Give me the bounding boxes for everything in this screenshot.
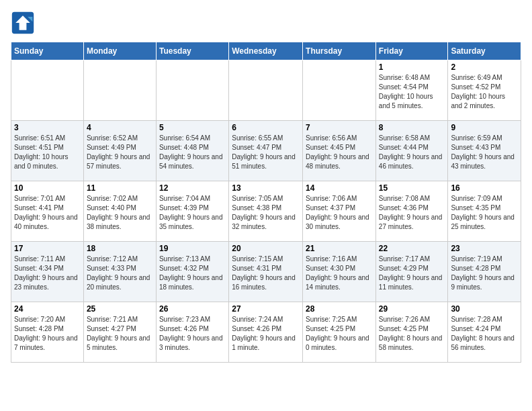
day-number: 14	[306, 183, 373, 193]
calendar-cell: 11Sunrise: 7:02 AM Sunset: 4:40 PM Dayli…	[83, 181, 156, 242]
calendar-table: SundayMondayTuesdayWednesdayThursdayFrid…	[11, 42, 521, 363]
calendar-cell	[83, 60, 156, 121]
day-number: 29	[379, 304, 445, 314]
calendar-cell: 9Sunrise: 6:59 AM Sunset: 4:43 PM Daylig…	[448, 121, 521, 181]
day-number: 13	[232, 183, 300, 193]
calendar-cell: 23Sunrise: 7:19 AM Sunset: 4:28 PM Dayli…	[448, 242, 521, 302]
day-number: 9	[451, 123, 518, 132]
logo	[11, 11, 38, 35]
day-info: Sunrise: 7:02 AM Sunset: 4:40 PM Dayligh…	[87, 194, 153, 232]
calendar-cell: 2Sunrise: 6:49 AM Sunset: 4:52 PM Daylig…	[448, 60, 521, 121]
day-number: 17	[14, 244, 81, 253]
day-number: 7	[306, 123, 373, 132]
calendar-cell: 24Sunrise: 7:20 AM Sunset: 4:28 PM Dayli…	[11, 302, 84, 363]
day-info: Sunrise: 6:52 AM Sunset: 4:49 PM Dayligh…	[87, 134, 153, 171]
day-info: Sunrise: 7:05 AM Sunset: 4:38 PM Dayligh…	[232, 194, 300, 232]
day-info: Sunrise: 7:24 AM Sunset: 4:26 PM Dayligh…	[232, 315, 300, 353]
calendar-cell: 25Sunrise: 7:21 AM Sunset: 4:27 PM Dayli…	[83, 302, 156, 363]
calendar-cell: 5Sunrise: 6:54 AM Sunset: 4:48 PM Daylig…	[156, 121, 228, 181]
day-number: 6	[232, 123, 300, 132]
day-info: Sunrise: 7:21 AM Sunset: 4:27 PM Dayligh…	[87, 315, 153, 353]
weekday-header: Monday	[83, 42, 156, 60]
day-info: Sunrise: 7:09 AM Sunset: 4:35 PM Dayligh…	[451, 194, 518, 232]
day-number: 24	[14, 304, 81, 314]
day-number: 16	[451, 183, 518, 193]
day-info: Sunrise: 7:26 AM Sunset: 4:25 PM Dayligh…	[379, 315, 445, 353]
calendar-cell	[229, 60, 303, 121]
day-number: 1	[379, 62, 445, 72]
day-info: Sunrise: 7:12 AM Sunset: 4:33 PM Dayligh…	[87, 255, 153, 292]
day-number: 4	[87, 123, 153, 132]
day-info: Sunrise: 6:51 AM Sunset: 4:51 PM Dayligh…	[14, 134, 81, 171]
day-info: Sunrise: 7:19 AM Sunset: 4:28 PM Dayligh…	[451, 255, 518, 292]
header	[11, 11, 521, 35]
day-number: 21	[306, 244, 373, 253]
day-info: Sunrise: 6:49 AM Sunset: 4:52 PM Dayligh…	[451, 73, 518, 111]
weekday-header: Friday	[375, 42, 448, 60]
day-info: Sunrise: 7:23 AM Sunset: 4:26 PM Dayligh…	[159, 315, 226, 353]
day-info: Sunrise: 7:01 AM Sunset: 4:41 PM Dayligh…	[14, 194, 81, 232]
calendar-cell: 21Sunrise: 7:16 AM Sunset: 4:30 PM Dayli…	[303, 242, 376, 302]
logo-icon	[11, 11, 35, 35]
day-number: 18	[87, 244, 153, 253]
calendar-cell: 7Sunrise: 6:56 AM Sunset: 4:45 PM Daylig…	[303, 121, 376, 181]
calendar-cell: 22Sunrise: 7:17 AM Sunset: 4:29 PM Dayli…	[375, 242, 448, 302]
day-number: 20	[232, 244, 300, 253]
day-number: 2	[451, 62, 518, 72]
day-number: 3	[14, 123, 81, 132]
day-number: 25	[87, 304, 153, 314]
calendar-cell: 6Sunrise: 6:55 AM Sunset: 4:47 PM Daylig…	[229, 121, 303, 181]
day-info: Sunrise: 7:06 AM Sunset: 4:37 PM Dayligh…	[306, 194, 373, 232]
calendar-cell: 8Sunrise: 6:58 AM Sunset: 4:44 PM Daylig…	[375, 121, 448, 181]
day-number: 28	[306, 304, 373, 314]
day-number: 8	[379, 123, 445, 132]
day-info: Sunrise: 7:04 AM Sunset: 4:39 PM Dayligh…	[159, 194, 226, 232]
day-info: Sunrise: 6:48 AM Sunset: 4:54 PM Dayligh…	[379, 73, 445, 111]
day-info: Sunrise: 6:54 AM Sunset: 4:48 PM Dayligh…	[159, 134, 226, 171]
calendar-cell: 1Sunrise: 6:48 AM Sunset: 4:54 PM Daylig…	[375, 60, 448, 121]
calendar-cell	[156, 60, 228, 121]
day-number: 26	[159, 304, 226, 314]
calendar-cell: 4Sunrise: 6:52 AM Sunset: 4:49 PM Daylig…	[83, 121, 156, 181]
day-info: Sunrise: 6:58 AM Sunset: 4:44 PM Dayligh…	[379, 134, 445, 171]
weekday-header: Tuesday	[156, 42, 228, 60]
calendar-cell: 28Sunrise: 7:25 AM Sunset: 4:25 PM Dayli…	[303, 302, 376, 363]
day-number: 15	[379, 183, 445, 193]
calendar-cell: 10Sunrise: 7:01 AM Sunset: 4:41 PM Dayli…	[11, 181, 84, 242]
calendar-cell: 14Sunrise: 7:06 AM Sunset: 4:37 PM Dayli…	[303, 181, 376, 242]
day-number: 5	[159, 123, 226, 132]
calendar-cell: 30Sunrise: 7:28 AM Sunset: 4:24 PM Dayli…	[448, 302, 521, 363]
day-info: Sunrise: 7:28 AM Sunset: 4:24 PM Dayligh…	[451, 315, 518, 353]
weekday-header: Saturday	[448, 42, 521, 60]
calendar-cell: 20Sunrise: 7:15 AM Sunset: 4:31 PM Dayli…	[229, 242, 303, 302]
calendar-cell	[11, 60, 84, 121]
day-info: Sunrise: 7:25 AM Sunset: 4:25 PM Dayligh…	[306, 315, 373, 353]
calendar-cell: 18Sunrise: 7:12 AM Sunset: 4:33 PM Dayli…	[83, 242, 156, 302]
calendar-cell: 17Sunrise: 7:11 AM Sunset: 4:34 PM Dayli…	[11, 242, 84, 302]
calendar-cell: 16Sunrise: 7:09 AM Sunset: 4:35 PM Dayli…	[448, 181, 521, 242]
day-info: Sunrise: 7:16 AM Sunset: 4:30 PM Dayligh…	[306, 255, 373, 292]
weekday-header: Sunday	[11, 42, 84, 60]
weekday-header: Thursday	[303, 42, 376, 60]
day-number: 10	[14, 183, 81, 193]
day-number: 23	[451, 244, 518, 253]
calendar-cell: 27Sunrise: 7:24 AM Sunset: 4:26 PM Dayli…	[229, 302, 303, 363]
day-number: 11	[87, 183, 153, 193]
day-number: 12	[159, 183, 226, 193]
day-info: Sunrise: 7:15 AM Sunset: 4:31 PM Dayligh…	[232, 255, 300, 292]
calendar-cell: 13Sunrise: 7:05 AM Sunset: 4:38 PM Dayli…	[229, 181, 303, 242]
day-info: Sunrise: 7:13 AM Sunset: 4:32 PM Dayligh…	[159, 255, 226, 292]
day-number: 27	[232, 304, 300, 314]
weekday-header: Wednesday	[229, 42, 303, 60]
day-number: 22	[379, 244, 445, 253]
calendar-cell: 26Sunrise: 7:23 AM Sunset: 4:26 PM Dayli…	[156, 302, 228, 363]
calendar-cell: 12Sunrise: 7:04 AM Sunset: 4:39 PM Dayli…	[156, 181, 228, 242]
day-info: Sunrise: 7:11 AM Sunset: 4:34 PM Dayligh…	[14, 255, 81, 292]
day-info: Sunrise: 6:56 AM Sunset: 4:45 PM Dayligh…	[306, 134, 373, 171]
day-number: 19	[159, 244, 226, 253]
day-info: Sunrise: 7:20 AM Sunset: 4:28 PM Dayligh…	[14, 315, 81, 353]
calendar-cell: 19Sunrise: 7:13 AM Sunset: 4:32 PM Dayli…	[156, 242, 228, 302]
calendar-cell	[303, 60, 376, 121]
day-number: 30	[451, 304, 518, 314]
calendar-cell: 3Sunrise: 6:51 AM Sunset: 4:51 PM Daylig…	[11, 121, 84, 181]
